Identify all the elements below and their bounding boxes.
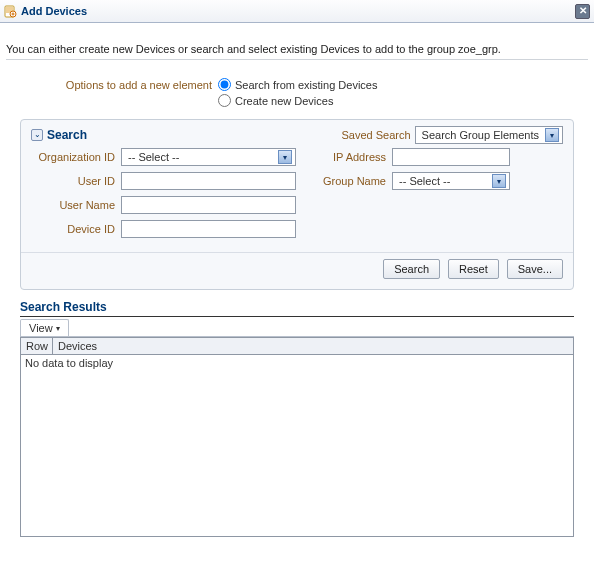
org-id-label: Organization ID <box>31 151 121 163</box>
group-name-select[interactable]: -- Select -- ▾ <box>392 172 510 190</box>
intro-text: You can either create new Devices or sea… <box>6 43 588 55</box>
panel-divider <box>21 252 573 253</box>
saved-search: Saved Search Search Group Elements ▾ <box>342 126 564 144</box>
chevron-down-icon: ▾ <box>278 150 292 164</box>
option-create-new[interactable]: Create new Devices <box>218 94 377 107</box>
org-id-value: -- Select -- <box>128 151 179 163</box>
reset-button[interactable]: Reset <box>448 259 499 279</box>
saved-search-value: Search Group Elements <box>422 129 539 141</box>
dialog-icon <box>2 3 18 19</box>
device-id-label: Device ID <box>31 223 121 235</box>
user-name-input[interactable] <box>121 196 296 214</box>
user-id-input[interactable] <box>121 172 296 190</box>
chevron-down-icon: ▾ <box>545 128 559 142</box>
saved-search-dropdown[interactable]: Search Group Elements ▾ <box>415 126 563 144</box>
collapse-icon[interactable]: ⌄ <box>31 129 43 141</box>
search-button[interactable]: Search <box>383 259 440 279</box>
ip-address-input[interactable] <box>392 148 510 166</box>
search-title: Search <box>47 128 87 142</box>
user-name-label: User Name <box>31 199 121 211</box>
dialog-title: Add Devices <box>21 5 575 17</box>
user-id-label: User ID <box>31 175 121 187</box>
col-devices[interactable]: Devices <box>53 338 573 354</box>
option-search-existing[interactable]: Search from existing Devices <box>218 78 377 91</box>
radio-create-new[interactable] <box>218 94 231 107</box>
ip-address-label: IP Address <box>312 151 392 163</box>
options-label: Options to add a new element <box>6 78 218 91</box>
view-label: View <box>29 322 53 334</box>
close-icon[interactable]: ✕ <box>575 4 590 19</box>
titlebar: Add Devices ✕ <box>0 0 594 23</box>
group-name-value: -- Select -- <box>399 175 450 187</box>
option-label: Create new Devices <box>235 95 333 107</box>
radio-search-existing[interactable] <box>218 78 231 91</box>
results-title: Search Results <box>20 300 574 317</box>
saved-search-label: Saved Search <box>342 129 411 141</box>
results-empty: No data to display <box>21 355 573 371</box>
chevron-down-icon: ▾ <box>56 324 60 333</box>
search-results: Search Results View ▾ Row Devices No dat… <box>20 300 574 537</box>
chevron-down-icon: ▾ <box>492 174 506 188</box>
results-grid: Row Devices No data to display <box>20 337 574 537</box>
save-button[interactable]: Save... <box>507 259 563 279</box>
col-row[interactable]: Row <box>21 338 53 354</box>
device-id-input[interactable] <box>121 220 296 238</box>
view-menu[interactable]: View ▾ <box>20 319 69 336</box>
divider <box>6 59 588 60</box>
org-id-select[interactable]: -- Select -- ▾ <box>121 148 296 166</box>
options-row: Options to add a new element Search from… <box>6 78 588 107</box>
add-devices-dialog: Add Devices ✕ You can either create new … <box>0 0 594 545</box>
option-label: Search from existing Devices <box>235 79 377 91</box>
search-panel: ⌄ Search Saved Search Search Group Eleme… <box>20 119 574 290</box>
group-name-label: Group Name <box>312 175 392 187</box>
